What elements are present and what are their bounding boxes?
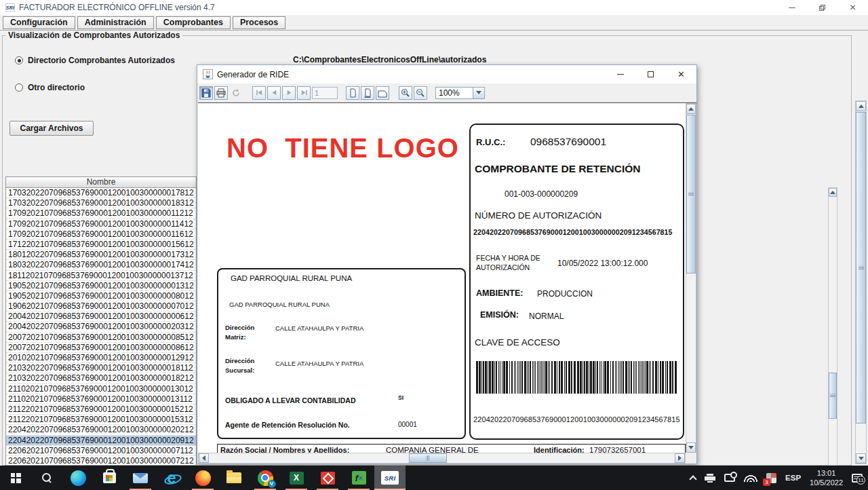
list-item[interactable]: 2007202107096853769000120010030000000851… (6, 333, 196, 343)
list-item[interactable]: 2110202107096853769000120010030000001311… (6, 394, 196, 404)
list-item[interactable]: 2103202207096853769000120010030000001821… (6, 373, 196, 383)
menu-configuracion[interactable]: Configuración (3, 16, 75, 29)
dialog-maximize-button[interactable] (635, 65, 666, 83)
list-item[interactable]: 2007202107096853769000120010030000000861… (6, 343, 196, 353)
doc-scroll-right-button[interactable] (675, 453, 685, 463)
list-item[interactable]: 1709202107096853769000120010030000001121… (6, 208, 196, 219)
inner-scroll-thumb[interactable] (829, 373, 837, 419)
obligado-value: SI (398, 394, 403, 401)
menu-procesos[interactable]: Procesos (233, 16, 285, 29)
clock-date: 10/5/2022 (810, 478, 843, 487)
clock[interactable]: 13:01 10/5/2022 (810, 468, 843, 488)
list-item[interactable]: 2204202207096853769000120010030000002021… (6, 425, 196, 435)
list-item[interactable]: 1712202107096853769000120010030000001561… (6, 240, 196, 250)
outer-scroll-down-button[interactable] (856, 453, 866, 464)
zoom-combo-dropdown-button[interactable] (473, 87, 485, 99)
printer-tray-icon[interactable] (705, 474, 715, 483)
zoom-level-value: 100% (435, 87, 473, 99)
red-diamond-taskbar-button[interactable] (312, 466, 343, 490)
list-item[interactable]: 1811202107096853769000120010030000001371… (6, 271, 196, 281)
list-item[interactable]: 2206202107096853769000120010030000000721… (6, 456, 196, 466)
firefox-taskbar-button[interactable] (187, 466, 218, 490)
store-taskbar-button[interactable] (94, 466, 125, 490)
excel-taskbar-button[interactable]: X (281, 466, 312, 490)
edge-taskbar-button[interactable] (62, 466, 94, 490)
doc-scroll-left-button[interactable] (199, 453, 209, 463)
menu-administracion[interactable]: Administración (77, 16, 154, 29)
app-grid-tray-icon[interactable]: 3 (766, 473, 776, 483)
language-indicator[interactable]: ESP (785, 474, 801, 482)
outer-scroll-thumb[interactable] (856, 112, 866, 423)
list-item[interactable]: 2204202207096853769000120010030000002091… (6, 436, 196, 446)
dialog-titlebar[interactable]: Generador de RIDE ✕ (197, 65, 696, 83)
actual-size-button[interactable] (346, 86, 359, 100)
radio-directorio-autorizados[interactable]: Directorio Comprobantes Autorizados (15, 56, 175, 65)
facturador-taskbar-button[interactable]: f (343, 466, 374, 490)
outer-scroll-up-button[interactable] (856, 101, 866, 111)
menu-comprobantes[interactable]: Comprobantes (156, 16, 231, 29)
list-item[interactable]: 1801202207096853769000120010030000001731… (6, 250, 196, 260)
cargar-archivos-button[interactable]: Cargar Archivos (9, 121, 94, 136)
inner-scroll-up-button[interactable] (829, 188, 837, 197)
list-item[interactable]: 2004202107096853769000120010030000000061… (6, 312, 196, 322)
dialog-minimize-button[interactable] (605, 65, 635, 83)
dialog-close-button[interactable]: ✕ (666, 65, 696, 83)
save-button[interactable] (199, 86, 213, 100)
list-item[interactable]: 2112202107096853769000120010030000001521… (6, 404, 196, 415)
wifi-icon[interactable] (744, 474, 757, 482)
list-item[interactable]: 2206202107096853769000120010030000000711… (6, 446, 196, 456)
list-item[interactable]: 1905202107096853769000120010030000000801… (6, 291, 196, 301)
display-tray-icon[interactable] (724, 474, 735, 482)
chrome-taskbar-button[interactable]: V (250, 466, 281, 490)
store-icon (103, 472, 116, 483)
list-item[interactable]: 1709202107096853769000120010030000001161… (6, 229, 196, 240)
screen: SRI FACTURADOR ELECTRÓNICO OFFLINE versi… (0, 0, 868, 490)
ie-taskbar-button[interactable]: e (156, 466, 187, 490)
sri-taskbar-button[interactable]: SRI (374, 466, 406, 490)
zoom-level-combo[interactable]: 100% (435, 87, 485, 99)
radio-otro-directorio[interactable]: Otro directorio (15, 83, 85, 92)
list-item[interactable]: 2112202107096853769000120010030000001531… (6, 415, 196, 425)
minimize-button[interactable] (776, 0, 807, 15)
identificacion-value: 1790732657001 (589, 446, 646, 453)
file-list-header[interactable]: Nombre (6, 177, 196, 188)
list-item[interactable]: 2103202207096853769000120010030000001811… (6, 363, 196, 373)
start-taskbar-button[interactable] (0, 466, 31, 490)
document-vertical-scrollbar (686, 103, 696, 453)
explorer-taskbar-button[interactable] (218, 466, 250, 490)
list-item[interactable]: 1703202207096853769000120010030000001781… (6, 188, 196, 198)
previous-page-icon (270, 88, 279, 97)
doc-hscroll-thumb[interactable] (409, 453, 447, 463)
facturador-icon: f (352, 471, 366, 485)
dir-sucursal-label: Dirección Sucursal: (225, 356, 267, 375)
search-icon (41, 472, 52, 483)
zoom-in-button[interactable] (399, 86, 412, 100)
doc-scroll-down-button[interactable] (686, 442, 696, 453)
mail-taskbar-button[interactable] (125, 466, 156, 490)
list-item[interactable]: 1709202107096853769000120010030000001141… (6, 219, 196, 229)
fit-width-button[interactable] (376, 86, 389, 100)
app-badge: 3 (763, 478, 770, 486)
app-titlebar[interactable]: SRI FACTURADOR ELECTRÓNICO OFFLINE versi… (0, 0, 868, 15)
list-item[interactable]: 1803202207096853769000120010030000001741… (6, 260, 196, 270)
document-preview: NO TIENE LOGO GAD PARROQUIAL RURAL PUNA … (198, 102, 696, 453)
list-item[interactable]: 2110202107096853769000120010030000001301… (6, 384, 196, 394)
zoom-out-button[interactable] (414, 86, 427, 100)
search-taskbar-button[interactable] (31, 466, 62, 490)
excel-icon: X (290, 472, 304, 485)
fit-page-button[interactable] (361, 86, 374, 100)
list-item[interactable]: 2010202107096853769000120010030000001291… (6, 353, 196, 363)
close-button[interactable]: ✕ (837, 0, 868, 15)
notification-center-icon[interactable]: 11 (852, 474, 863, 483)
doc-scroll-up-button[interactable] (686, 104, 696, 114)
restore-button[interactable] (807, 0, 837, 15)
list-item[interactable]: 1905202107096853769000120010030000000131… (6, 281, 196, 291)
doc-scroll-thumb[interactable] (686, 115, 696, 274)
list-item[interactable]: 2004202207096853769000120010030000002031… (6, 322, 196, 332)
zoom-out-icon (416, 88, 425, 98)
print-button[interactable] (214, 86, 228, 100)
list-item[interactable]: 1703202207096853769000120010030000001831… (6, 198, 196, 208)
hidden-icons-chevron-icon[interactable] (689, 475, 696, 483)
no-logo-text: NO TIENE LOGO (226, 133, 459, 164)
list-item[interactable]: 1906202107096853769000120010030000000701… (6, 301, 196, 312)
